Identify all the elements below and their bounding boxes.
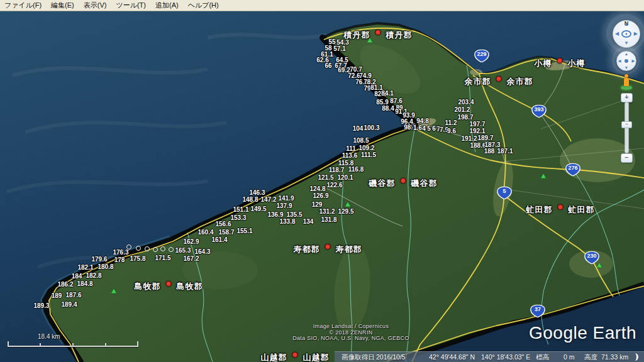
track-distance-label: 171.5 xyxy=(155,255,170,261)
track-distance-label: 4 xyxy=(422,125,426,132)
track-distance-label: 135.5 xyxy=(286,211,302,218)
track-distance-label: 100.3 xyxy=(364,124,379,131)
move-center-dot[interactable] xyxy=(625,59,628,63)
track-distance-label: 84.1 xyxy=(381,90,393,97)
placemark-dot[interactable] xyxy=(292,352,298,358)
scale-label: 18.4 km xyxy=(38,333,60,340)
look-down-arrow-icon[interactable]: ▼ xyxy=(624,41,629,46)
track-distance-label: 9.6 xyxy=(447,128,456,134)
place-label: 山越郡 xyxy=(261,352,287,362)
route-number: 5 xyxy=(497,188,512,194)
place-label: 小樽 xyxy=(568,58,586,69)
zoom-slider-thumb[interactable]: − xyxy=(621,121,632,128)
move-joystick[interactable]: ▲ ▼ ◀ ▶ xyxy=(616,51,636,71)
place-label: 虻田郡 xyxy=(569,204,595,216)
placemark-dot[interactable] xyxy=(325,244,331,250)
place-label: 小樽 xyxy=(535,58,552,69)
peak-marker xyxy=(541,174,546,178)
track-distance-label: 176.3 xyxy=(113,249,128,256)
place-label-group: 虻田郡虻田郡 xyxy=(526,204,595,216)
longitude-value: 140° 18'43.03" E xyxy=(481,353,530,361)
track-distance-label: 122.6 xyxy=(326,182,342,189)
placemark-dot[interactable] xyxy=(401,178,406,184)
track-distance-label: 88.4 xyxy=(382,105,394,112)
placemark-dot[interactable] xyxy=(558,204,564,210)
place-label-group: 積丹郡積丹郡 xyxy=(344,30,413,41)
track-distance-label: 131.2 xyxy=(319,208,335,215)
track-distance-label: 104 xyxy=(353,125,364,132)
look-right-arrow-icon[interactable]: ▶ xyxy=(634,31,638,36)
look-left-arrow-icon[interactable]: ◀ xyxy=(615,31,619,36)
track-distance-label: 116.8 xyxy=(348,166,364,173)
move-right-arrow-icon[interactable]: ▶ xyxy=(631,59,635,63)
scale-tick xyxy=(137,341,138,347)
move-up-arrow-icon[interactable]: ▲ xyxy=(625,52,628,56)
waypoint-ring xyxy=(145,246,150,251)
track-distance-label: 189.3 xyxy=(33,302,49,309)
track-distance-label: 186.2 xyxy=(57,281,73,288)
menu-item[interactable]: ヘルプ(H) xyxy=(184,0,224,11)
look-up-arrow-icon[interactable]: ▲ xyxy=(624,22,629,27)
track-distance-label: 5 xyxy=(427,125,431,132)
map-attribution: Image Landsat / Copernicus© 2018 ZENRIND… xyxy=(269,324,433,342)
track-distance-label: 189.7 xyxy=(477,134,493,141)
look-joystick[interactable]: N ▲ ▼ ◀ ▶ xyxy=(613,20,640,48)
menu-item[interactable]: 追加(A) xyxy=(151,0,184,11)
track-distance-label: 189.4 xyxy=(61,301,77,308)
track-distance-label: 162.9 xyxy=(183,238,199,245)
place-label: 山越郡 xyxy=(303,352,330,362)
track-distance-label: 167.2 xyxy=(183,255,199,262)
track-distance-label: 111.5 xyxy=(361,151,376,158)
track-distance-label: 1.6 xyxy=(413,124,422,131)
placemark-dot[interactable] xyxy=(496,76,502,82)
scale-bar: 18.4 km xyxy=(8,341,138,347)
place-label: 積丹郡 xyxy=(386,30,413,41)
track-distance-label: 164.3 xyxy=(194,248,210,255)
altitude-label: 高度 xyxy=(584,353,597,362)
track-distance-label: 87.6 xyxy=(390,97,402,104)
track-distance-label: 175.8 xyxy=(130,255,145,262)
scale-tick xyxy=(40,343,41,347)
track-distance-label: 118.7 xyxy=(329,167,344,173)
track-distance-label: 108.5 xyxy=(353,137,369,144)
track-distance-label: 129 xyxy=(312,201,323,208)
route-number: 229 xyxy=(474,51,489,57)
route-number: 276 xyxy=(565,165,580,171)
altitude-value: 71.33 km xyxy=(601,353,628,361)
track-distance-label: 161.4 xyxy=(211,236,227,243)
place-label-group: 小樽小樽 xyxy=(535,58,586,69)
track-distance-label: 187.1 xyxy=(497,148,513,155)
track-distance-label: 182.8 xyxy=(86,272,101,279)
menu-item[interactable]: ファイル(F) xyxy=(0,0,47,11)
route-shield-276: 276 xyxy=(565,163,580,177)
daylight-icon[interactable] xyxy=(631,353,638,361)
elevation-value: 0 m xyxy=(564,353,575,361)
track-distance-label: 111 xyxy=(346,145,356,152)
route-shield-229: 229 xyxy=(474,50,489,63)
track-distance-label: 124.8 xyxy=(309,185,325,192)
zoom-in-button[interactable]: + xyxy=(621,93,633,102)
place-label: 余市郡 xyxy=(465,76,491,87)
zoom-out-button[interactable]: − xyxy=(621,153,633,163)
route-shield-5: 5 xyxy=(497,187,512,200)
menu-bar: ファイル(F)編集(E)表示(V)ツール(T)追加(A)ヘルプ(H) xyxy=(0,0,644,11)
place-label: 寿都郡 xyxy=(336,244,362,255)
placemark-dot[interactable] xyxy=(375,30,381,35)
pegman-icon[interactable] xyxy=(624,74,629,87)
menu-item[interactable]: ツール(T) xyxy=(111,0,151,11)
move-down-arrow-icon[interactable]: ▼ xyxy=(625,66,628,70)
attribution-line: Data SIO, NOAA, U.S. Navy, NGA, GEBCO xyxy=(269,336,433,342)
track-distance-label: 120.1 xyxy=(337,174,353,181)
menu-item[interactable]: 編集(E) xyxy=(47,0,79,11)
menu-item[interactable]: 表示(V) xyxy=(79,0,112,11)
place-label: 島牧郡 xyxy=(177,281,203,292)
track-distance-label: 109.2 xyxy=(358,145,374,151)
placemark-dot[interactable] xyxy=(557,58,563,63)
placemark-dot[interactable] xyxy=(166,281,172,287)
scale-tick xyxy=(105,343,106,347)
track-distance-label: 66 xyxy=(325,62,331,69)
move-left-arrow-icon[interactable]: ◀ xyxy=(618,59,621,63)
track-distance-label: 134 xyxy=(303,218,314,225)
eye-icon[interactable] xyxy=(621,30,631,38)
scale-tick xyxy=(8,341,9,347)
